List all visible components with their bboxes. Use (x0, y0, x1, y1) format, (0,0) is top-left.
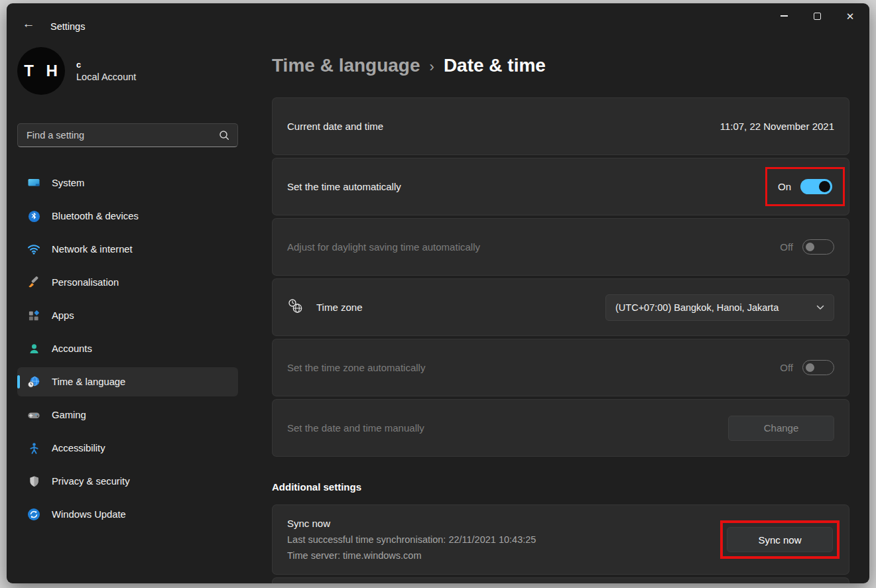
time-server-text: Time server: time.windows.com (287, 548, 536, 563)
set-datetime-manually-label: Set the date and time manually (287, 422, 424, 434)
sidebar-item-privacy-security[interactable]: Privacy & security (17, 467, 238, 496)
sidebar-item-label: Privacy & security (52, 476, 130, 487)
gamepad-icon (27, 408, 40, 422)
sidebar-item-system[interactable]: System (17, 168, 238, 198)
bluetooth-icon (27, 209, 40, 223)
sync-now-button[interactable]: Sync now (727, 527, 833, 552)
wifi-icon (27, 243, 40, 256)
sidebar-item-label: Network & internet (52, 244, 133, 255)
set-time-automatically-toggle[interactable] (800, 179, 832, 194)
windows-update-icon (27, 508, 40, 521)
timezone-globe-clock-icon (287, 298, 304, 318)
daylight-saving-label: Adjust for daylight saving time automati… (287, 241, 480, 253)
sidebar-item-bluetooth[interactable]: Bluetooth & devices (17, 202, 238, 231)
sidebar-item-windows-update[interactable]: Windows Update (17, 500, 238, 529)
sidebar-item-label: Accessibility (52, 443, 105, 453)
set-datetime-manually-row: Set the date and time manually Change (272, 399, 849, 457)
account-type-label: Local Account (76, 70, 136, 84)
toggle-state-text: Off (780, 362, 793, 373)
sidebar-item-time-language[interactable]: Time & language (17, 367, 238, 396)
breadcrumb-separator: › (430, 58, 434, 75)
shield-icon (27, 475, 40, 488)
chevron-down-icon (816, 305, 824, 310)
highlight-box: On (765, 167, 845, 206)
sidebar-item-label: Bluetooth & devices (52, 211, 139, 221)
search-box (17, 123, 238, 147)
time-zone-selected-value: (UTC+07:00) Bangkok, Hanoi, Jakarta (615, 302, 810, 313)
set-timezone-automatically-row: Set the time zone automatically Off (272, 339, 849, 396)
sidebar-item-label: Gaming (52, 410, 86, 420)
brush-icon (27, 276, 40, 289)
user-profile[interactable]: T H c Local Account (17, 47, 238, 95)
system-icon (27, 176, 40, 190)
sidebar-item-apps[interactable]: Apps (17, 301, 238, 330)
time-zone-label: Time zone (316, 302, 362, 313)
settings-window: ← Settings ✕ T H c Local Account (7, 3, 869, 583)
time-zone-row: Time zone (UTC+07:00) Bangkok, Hanoi, Ja… (272, 278, 849, 336)
next-card-partial (272, 577, 849, 583)
last-sync-text: Last successful time synchronisation: 22… (287, 532, 536, 548)
toggle-knob (819, 181, 830, 192)
additional-settings-heading: Additional settings (272, 481, 849, 494)
person-icon (27, 342, 40, 355)
apps-icon (27, 309, 40, 322)
set-time-automatically-row: Set the time automatically On (272, 158, 849, 215)
current-datetime-value: 11:07, 22 November 2021 (720, 121, 834, 132)
accessibility-icon (27, 441, 40, 455)
toggle-state-text: Off (780, 241, 793, 253)
sidebar-item-label: Time & language (52, 377, 125, 387)
toggle-knob (806, 243, 814, 251)
search-icon (218, 129, 230, 144)
daylight-saving-toggle (802, 239, 834, 255)
sync-now-title: Sync now (287, 516, 536, 532)
sidebar-item-gaming[interactable]: Gaming (17, 400, 238, 430)
sidebar-item-network[interactable]: Network & internet (17, 235, 238, 264)
toggle-knob (806, 363, 814, 372)
main-content: Time & language›Date & time Current date… (272, 3, 849, 583)
current-datetime-label: Current date and time (287, 121, 383, 132)
time-language-icon (27, 375, 40, 388)
current-datetime-row: Current date and time 11:07, 22 November… (272, 97, 849, 155)
sidebar-item-label: Accounts (52, 343, 92, 354)
set-timezone-automatically-toggle (802, 360, 834, 375)
breadcrumb: Time & language›Date & time (272, 52, 849, 80)
sidebar-item-label: System (52, 178, 84, 188)
toggle-state-text: On (778, 181, 791, 192)
highlight-box: Sync now (720, 520, 840, 559)
sidebar-item-label: Apps (52, 310, 74, 321)
sidebar: T H c Local Account System (17, 3, 238, 533)
sidebar-item-label: Windows Update (52, 509, 126, 520)
avatar: T H (17, 47, 65, 95)
sidebar-item-accounts[interactable]: Accounts (17, 334, 238, 363)
sidebar-nav: System Bluetooth & devices Network & int… (17, 168, 238, 529)
sidebar-item-label: Personalisation (52, 277, 119, 288)
time-zone-dropdown[interactable]: (UTC+07:00) Bangkok, Hanoi, Jakarta (605, 294, 834, 321)
sync-now-row: Sync now Last successful time synchronis… (272, 504, 849, 575)
page-title: Date & time (444, 55, 546, 76)
breadcrumb-parent[interactable]: Time & language (272, 55, 420, 76)
search-input[interactable] (18, 130, 237, 141)
set-timezone-automatically-label: Set the time zone automatically (287, 362, 425, 373)
sidebar-item-personalisation[interactable]: Personalisation (17, 268, 238, 297)
daylight-saving-row: Adjust for daylight saving time automati… (272, 218, 849, 276)
set-time-automatically-label: Set the time automatically (287, 181, 401, 192)
sidebar-item-accessibility[interactable]: Accessibility (17, 434, 238, 463)
user-name: c (76, 59, 136, 70)
change-button: Change (728, 416, 834, 441)
